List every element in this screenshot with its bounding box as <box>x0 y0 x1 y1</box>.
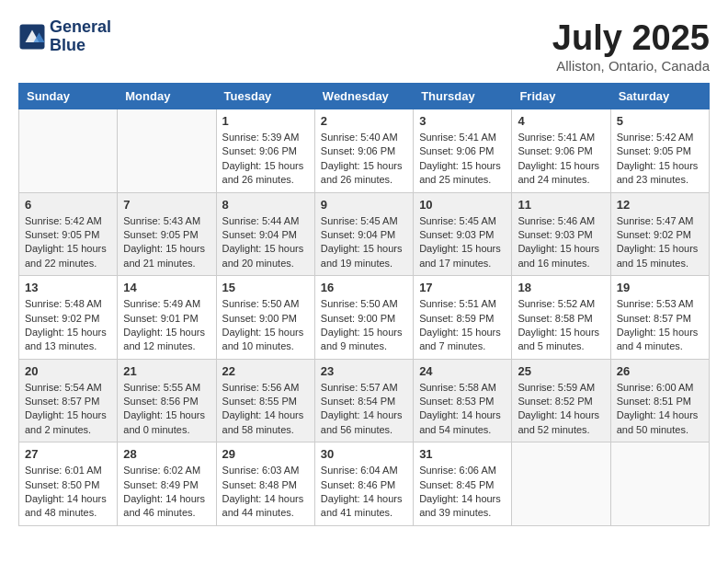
calendar-cell: 27Sunrise: 6:01 AM Sunset: 8:50 PM Dayli… <box>19 442 118 526</box>
calendar-cell: 14Sunrise: 5:49 AM Sunset: 9:01 PM Dayli… <box>118 276 216 360</box>
calendar-week-row: 1Sunrise: 5:39 AM Sunset: 9:06 PM Daylig… <box>19 109 710 193</box>
header-monday: Monday <box>118 84 216 109</box>
day-number: 6 <box>25 198 111 212</box>
day-info: Sunrise: 5:47 AM Sunset: 9:02 PM Dayligh… <box>617 214 703 271</box>
day-number: 16 <box>321 281 407 294</box>
day-info: Sunrise: 5:42 AM Sunset: 9:05 PM Dayligh… <box>25 214 111 271</box>
day-number: 10 <box>419 198 506 212</box>
header-thursday: Thursday <box>414 84 512 109</box>
day-number: 2 <box>321 114 407 128</box>
calendar-cell: 5Sunrise: 5:42 AM Sunset: 9:05 PM Daylig… <box>610 109 709 193</box>
day-info: Sunrise: 5:41 AM Sunset: 9:06 PM Dayligh… <box>518 131 604 188</box>
day-info: Sunrise: 5:49 AM Sunset: 9:01 PM Dayligh… <box>123 297 210 354</box>
logo: General Blue <box>18 18 111 55</box>
day-info: Sunrise: 5:45 AM Sunset: 9:03 PM Dayligh… <box>419 214 506 271</box>
calendar-cell: 31Sunrise: 6:06 AM Sunset: 8:45 PM Dayli… <box>414 442 512 526</box>
header-friday: Friday <box>512 84 610 109</box>
day-number: 24 <box>419 364 506 378</box>
calendar-cell: 12Sunrise: 5:47 AM Sunset: 9:02 PM Dayli… <box>610 192 709 276</box>
day-info: Sunrise: 5:45 AM Sunset: 9:04 PM Dayligh… <box>321 214 407 271</box>
calendar: SundayMondayTuesdayWednesdayThursdayFrid… <box>18 83 710 526</box>
calendar-cell: 20Sunrise: 5:54 AM Sunset: 8:57 PM Dayli… <box>19 359 118 442</box>
day-number: 22 <box>222 364 309 378</box>
day-info: Sunrise: 6:03 AM Sunset: 8:48 PM Dayligh… <box>222 464 309 521</box>
day-number: 17 <box>419 281 506 294</box>
day-info: Sunrise: 5:48 AM Sunset: 9:02 PM Dayligh… <box>25 297 111 354</box>
month-title: July 2025 <box>552 18 710 58</box>
calendar-cell <box>118 109 216 193</box>
day-number: 26 <box>617 364 703 378</box>
calendar-cell: 30Sunrise: 6:04 AM Sunset: 8:46 PM Dayli… <box>314 442 413 526</box>
day-info: Sunrise: 5:53 AM Sunset: 8:57 PM Dayligh… <box>617 297 703 354</box>
header-saturday: Saturday <box>610 84 709 109</box>
calendar-header-row: SundayMondayTuesdayWednesdayThursdayFrid… <box>19 84 710 109</box>
day-number: 3 <box>419 114 506 128</box>
calendar-cell: 25Sunrise: 5:59 AM Sunset: 8:52 PM Dayli… <box>512 359 610 442</box>
day-info: Sunrise: 5:42 AM Sunset: 9:05 PM Dayligh… <box>617 131 703 188</box>
day-info: Sunrise: 6:04 AM Sunset: 8:46 PM Dayligh… <box>321 464 407 521</box>
calendar-week-row: 13Sunrise: 5:48 AM Sunset: 9:02 PM Dayli… <box>19 276 710 360</box>
logo-text: General Blue <box>50 18 111 55</box>
calendar-cell: 2Sunrise: 5:40 AM Sunset: 9:06 PM Daylig… <box>314 109 413 193</box>
day-info: Sunrise: 5:51 AM Sunset: 8:59 PM Dayligh… <box>419 297 506 354</box>
day-number: 28 <box>123 447 210 461</box>
day-info: Sunrise: 6:02 AM Sunset: 8:49 PM Dayligh… <box>123 464 210 521</box>
day-info: Sunrise: 5:58 AM Sunset: 8:53 PM Dayligh… <box>419 381 506 438</box>
header-tuesday: Tuesday <box>216 84 314 109</box>
day-info: Sunrise: 6:06 AM Sunset: 8:45 PM Dayligh… <box>419 464 506 521</box>
calendar-cell: 19Sunrise: 5:53 AM Sunset: 8:57 PM Dayli… <box>610 276 709 360</box>
day-number: 27 <box>25 447 111 461</box>
calendar-cell: 13Sunrise: 5:48 AM Sunset: 9:02 PM Dayli… <box>19 276 118 360</box>
calendar-cell: 3Sunrise: 5:41 AM Sunset: 9:06 PM Daylig… <box>414 109 512 193</box>
calendar-cell <box>610 442 709 526</box>
day-info: Sunrise: 5:43 AM Sunset: 9:05 PM Dayligh… <box>123 214 210 271</box>
day-number: 14 <box>123 281 210 294</box>
calendar-cell <box>19 109 118 193</box>
day-number: 4 <box>518 114 604 128</box>
calendar-cell: 7Sunrise: 5:43 AM Sunset: 9:05 PM Daylig… <box>118 192 216 276</box>
day-number: 1 <box>222 114 309 128</box>
day-number: 19 <box>617 281 703 294</box>
calendar-cell: 10Sunrise: 5:45 AM Sunset: 9:03 PM Dayli… <box>414 192 512 276</box>
location: Alliston, Ontario, Canada <box>552 58 710 74</box>
header-sunday: Sunday <box>19 84 118 109</box>
day-number: 15 <box>222 281 309 294</box>
calendar-cell: 17Sunrise: 5:51 AM Sunset: 8:59 PM Dayli… <box>414 276 512 360</box>
logo-icon <box>18 23 46 51</box>
calendar-cell: 28Sunrise: 6:02 AM Sunset: 8:49 PM Dayli… <box>118 442 216 526</box>
calendar-cell: 24Sunrise: 5:58 AM Sunset: 8:53 PM Dayli… <box>414 359 512 442</box>
title-block: July 2025 Alliston, Ontario, Canada <box>552 18 710 74</box>
day-number: 25 <box>518 364 604 378</box>
day-number: 11 <box>518 198 604 212</box>
day-info: Sunrise: 5:50 AM Sunset: 9:00 PM Dayligh… <box>321 297 407 354</box>
day-number: 5 <box>617 114 703 128</box>
calendar-cell: 4Sunrise: 5:41 AM Sunset: 9:06 PM Daylig… <box>512 109 610 193</box>
day-number: 21 <box>123 364 210 378</box>
calendar-cell: 15Sunrise: 5:50 AM Sunset: 9:00 PM Dayli… <box>216 276 314 360</box>
calendar-cell: 1Sunrise: 5:39 AM Sunset: 9:06 PM Daylig… <box>216 109 314 193</box>
day-number: 31 <box>419 447 506 461</box>
day-info: Sunrise: 5:57 AM Sunset: 8:54 PM Dayligh… <box>321 381 407 438</box>
calendar-cell: 23Sunrise: 5:57 AM Sunset: 8:54 PM Dayli… <box>314 359 413 442</box>
page-header: General Blue July 2025 Alliston, Ontario… <box>18 18 710 74</box>
calendar-cell: 6Sunrise: 5:42 AM Sunset: 9:05 PM Daylig… <box>19 192 118 276</box>
day-info: Sunrise: 6:01 AM Sunset: 8:50 PM Dayligh… <box>25 464 111 521</box>
day-info: Sunrise: 5:59 AM Sunset: 8:52 PM Dayligh… <box>518 381 604 438</box>
calendar-cell: 11Sunrise: 5:46 AM Sunset: 9:03 PM Dayli… <box>512 192 610 276</box>
calendar-cell: 21Sunrise: 5:55 AM Sunset: 8:56 PM Dayli… <box>118 359 216 442</box>
day-number: 23 <box>321 364 407 378</box>
day-info: Sunrise: 5:46 AM Sunset: 9:03 PM Dayligh… <box>518 214 604 271</box>
calendar-cell: 26Sunrise: 6:00 AM Sunset: 8:51 PM Dayli… <box>610 359 709 442</box>
day-info: Sunrise: 5:50 AM Sunset: 9:00 PM Dayligh… <box>222 297 309 354</box>
day-number: 30 <box>321 447 407 461</box>
day-info: Sunrise: 5:40 AM Sunset: 9:06 PM Dayligh… <box>321 131 407 188</box>
calendar-cell: 18Sunrise: 5:52 AM Sunset: 8:58 PM Dayli… <box>512 276 610 360</box>
calendar-week-row: 20Sunrise: 5:54 AM Sunset: 8:57 PM Dayli… <box>19 359 710 442</box>
day-info: Sunrise: 5:52 AM Sunset: 8:58 PM Dayligh… <box>518 297 604 354</box>
day-number: 8 <box>222 198 309 212</box>
day-info: Sunrise: 5:55 AM Sunset: 8:56 PM Dayligh… <box>123 381 210 438</box>
calendar-week-row: 27Sunrise: 6:01 AM Sunset: 8:50 PM Dayli… <box>19 442 710 526</box>
day-number: 18 <box>518 281 604 294</box>
calendar-cell: 16Sunrise: 5:50 AM Sunset: 9:00 PM Dayli… <box>314 276 413 360</box>
header-wednesday: Wednesday <box>314 84 413 109</box>
